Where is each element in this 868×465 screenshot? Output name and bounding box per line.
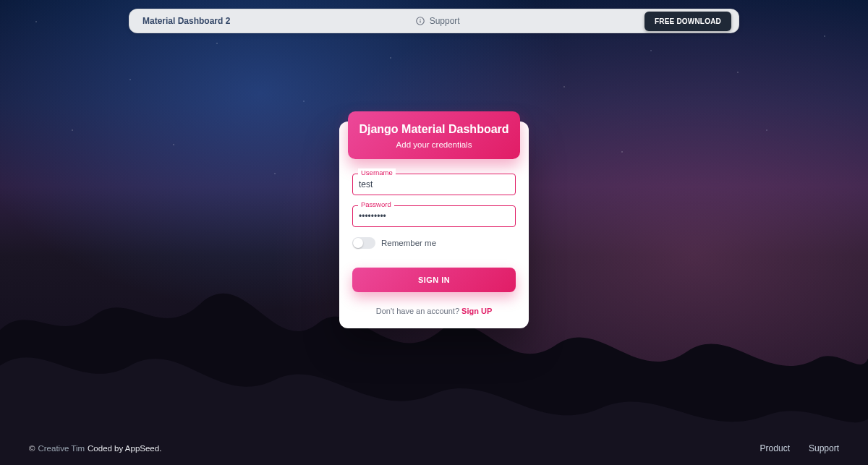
signup-row: Don't have an account? Sign UP bbox=[352, 307, 516, 315]
remember-me-toggle[interactable] bbox=[352, 237, 375, 249]
nav-support-label: Support bbox=[430, 16, 460, 26]
password-label: Password bbox=[358, 200, 394, 208]
username-label: Username bbox=[358, 168, 396, 176]
signup-prompt: Don't have an account? bbox=[376, 307, 461, 315]
top-navbar: Material Dashboard 2 Support FREE DOWNLO… bbox=[129, 9, 739, 33]
brand-title: Material Dashboard 2 bbox=[137, 16, 230, 26]
footer-credits: © Creative Tim Coded by AppSeed. bbox=[29, 444, 161, 453]
copyright-icon: © bbox=[29, 444, 35, 453]
username-input[interactable] bbox=[352, 174, 516, 195]
nav-support-link[interactable]: Support bbox=[230, 16, 644, 26]
footer-support-link[interactable]: Support bbox=[809, 443, 839, 453]
creative-tim-link[interactable]: Creative Tim bbox=[38, 444, 85, 453]
login-card-header: Django Material Dashboard Add your crede… bbox=[348, 111, 520, 159]
footer: © Creative Tim Coded by AppSeed. Product… bbox=[29, 443, 839, 453]
footer-product-link[interactable]: Product bbox=[760, 443, 790, 453]
password-input[interactable] bbox=[352, 205, 516, 227]
login-title: Django Material Dashboard bbox=[357, 123, 511, 136]
sign-in-button[interactable]: SIGN IN bbox=[352, 268, 516, 292]
info-icon bbox=[415, 16, 425, 26]
login-card: Django Material Dashboard Add your crede… bbox=[339, 121, 529, 328]
free-download-button[interactable]: FREE DOWNLOAD bbox=[644, 12, 731, 31]
sign-up-link[interactable]: Sign UP bbox=[461, 307, 492, 315]
password-field-wrapper: Password bbox=[352, 205, 516, 227]
svg-point-2 bbox=[420, 19, 420, 20]
remember-me-label: Remember me bbox=[381, 239, 436, 247]
coded-by-text: Coded by AppSeed. bbox=[88, 444, 161, 453]
username-field-wrapper: Username bbox=[352, 174, 516, 195]
svg-rect-1 bbox=[420, 20, 420, 23]
login-subtitle: Add your credentials bbox=[357, 140, 511, 149]
